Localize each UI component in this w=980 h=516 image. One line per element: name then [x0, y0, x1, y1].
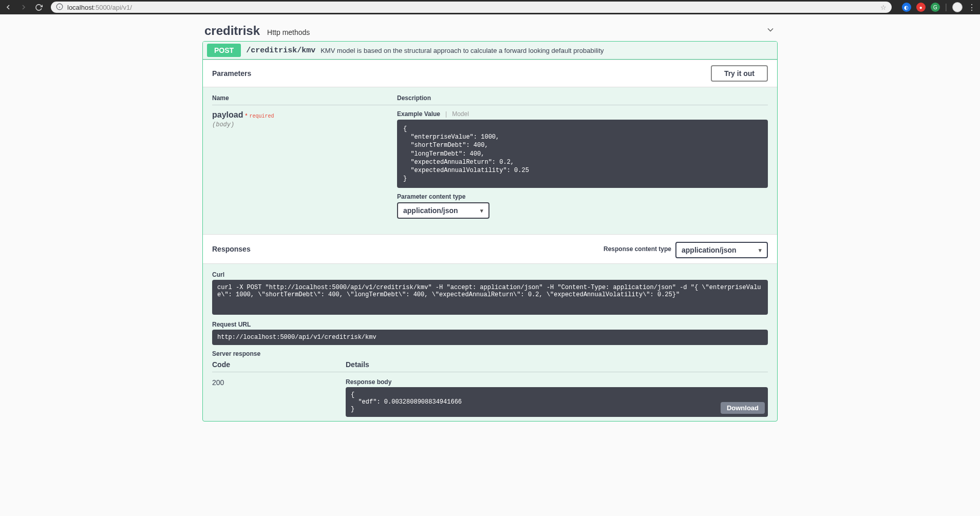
method-badge: POST	[207, 44, 241, 57]
response-content-type-label: Response content type	[604, 245, 671, 253]
curl-label: Curl	[212, 271, 768, 278]
response-row: 200 Response body { "edf": 0.00328089088…	[212, 378, 768, 417]
param-name: payload	[212, 110, 243, 120]
example-value-box[interactable]: { "enterpriseValue": 1000, "shortTermDeb…	[397, 120, 768, 188]
operation-path: /creditrisk/kmv	[246, 46, 315, 55]
required-star-icon: *	[245, 113, 247, 119]
parameters-table-head: Name Description	[212, 94, 768, 105]
response-body-box[interactable]: { "edf": 0.0032808908834941666 }	[346, 387, 768, 417]
responses-title: Responses	[212, 245, 251, 253]
forward-icon[interactable]	[20, 3, 28, 11]
browser-toolbar: localhost:5000/api/v1/ ☆ ◐ ● G | ⋮	[0, 0, 980, 14]
operation-summary-text: KMV model is based on the structural app…	[321, 47, 604, 54]
profile-avatar-icon[interactable]	[952, 2, 963, 12]
back-icon[interactable]	[4, 3, 12, 11]
request-url-label: Request URL	[212, 321, 768, 328]
request-url-box[interactable]: http://localhost:5000/api/v1/creditrisk/…	[212, 330, 768, 345]
download-button[interactable]: Download	[721, 402, 765, 414]
chevron-down-icon: ▾	[480, 207, 483, 214]
parameters-block: Name Description payload * required (bod…	[203, 87, 777, 234]
column-header-name: Name	[212, 94, 397, 102]
menu-dots-icon[interactable]: ⋮	[968, 3, 976, 12]
parameters-title: Parameters	[212, 69, 251, 78]
parameter-row: payload * required (body) Example Value …	[212, 110, 768, 219]
nav-controls	[4, 3, 43, 11]
tag-name: creditrisk	[204, 24, 260, 38]
responses-block: Curl curl -X POST "http://localhost:5000…	[203, 264, 777, 421]
server-response-label: Server response	[212, 350, 768, 357]
tag-description: Http methods	[267, 28, 310, 36]
responses-bar: Responses Response content type applicat…	[203, 234, 777, 264]
param-content-type-value: application/json	[403, 206, 458, 215]
response-table-head: Code Details	[212, 360, 768, 372]
tab-example-value[interactable]: Example Value	[397, 110, 440, 118]
extension-icon[interactable]: G	[931, 3, 940, 12]
column-header-description: Description	[397, 94, 768, 102]
param-content-type-label: Parameter content type	[397, 193, 768, 200]
tab-model[interactable]: Model	[452, 110, 469, 118]
parameters-bar: Parameters Try it out	[203, 60, 777, 87]
address-bar[interactable]: localhost:5000/api/v1/ ☆	[51, 2, 892, 13]
response-content-type-select[interactable]: application/json ▾	[675, 242, 768, 258]
response-content-type-value: application/json	[682, 246, 737, 254]
try-it-out-button[interactable]: Try it out	[711, 65, 768, 82]
extension-icon[interactable]: ●	[916, 3, 926, 12]
extension-icon[interactable]: ◐	[902, 3, 911, 12]
operation-block: POST /creditrisk/kmv KMV model is based …	[202, 41, 778, 422]
operation-summary[interactable]: POST /creditrisk/kmv KMV model is based …	[203, 42, 777, 60]
response-body-label: Response body	[346, 378, 768, 386]
chevron-down-icon[interactable]	[765, 25, 776, 37]
star-icon[interactable]: ☆	[880, 4, 887, 11]
column-header-code: Code	[212, 360, 346, 369]
reload-icon[interactable]	[35, 4, 43, 11]
browser-actions: ◐ ● G | ⋮	[902, 2, 976, 12]
response-code: 200	[212, 378, 346, 387]
url-text: localhost:5000/api/v1/	[67, 4, 132, 11]
required-label: required	[249, 113, 274, 119]
chevron-down-icon: ▾	[759, 247, 762, 254]
curl-box[interactable]: curl -X POST "http://localhost:5000/api/…	[212, 280, 768, 315]
site-info-icon[interactable]	[56, 3, 63, 12]
param-content-type-select[interactable]: application/json ▾	[397, 202, 489, 219]
tag-header[interactable]: creditrisk Http methods	[202, 18, 778, 41]
column-header-details: Details	[346, 360, 369, 369]
param-in-label: (body)	[212, 121, 397, 128]
